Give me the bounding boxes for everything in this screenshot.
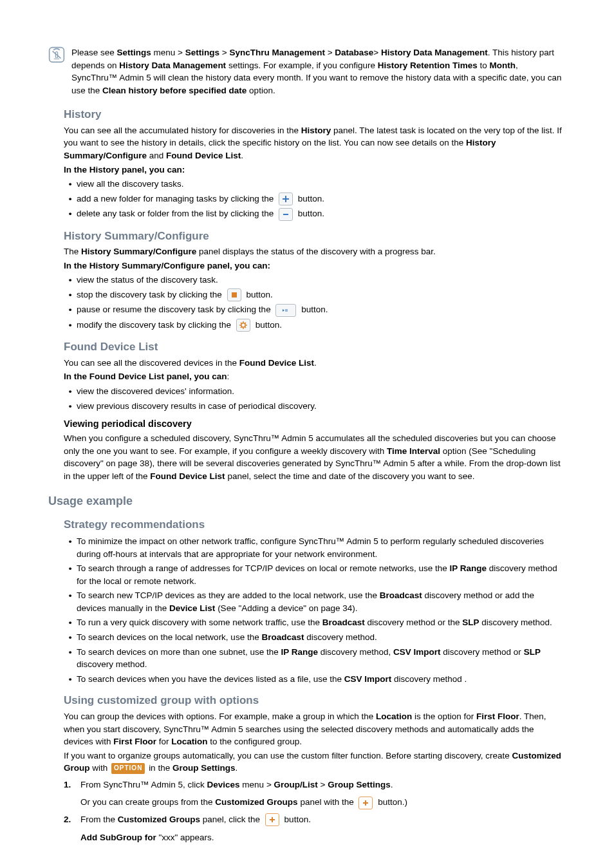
note-text: Please see Settings menu > Settings > Sy…	[71, 45, 566, 98]
list-item: • To search through a range of addresses…	[64, 562, 566, 587]
usage-heading: Usage example	[48, 493, 566, 509]
play-pause-icon	[275, 304, 296, 317]
add-folder-icon	[358, 797, 373, 809]
hsc-intro: The History Summary/Configure panel disp…	[64, 245, 566, 258]
hsc-can-label: In the History Summary/Configure panel, …	[64, 261, 270, 270]
hsc-heading: History Summary/Configure	[64, 229, 566, 245]
gear-icon	[236, 319, 250, 332]
fdl-heading: Found Device List	[64, 339, 566, 355]
add-folder-icon	[265, 813, 279, 826]
svg-point-2	[241, 323, 245, 327]
step-1: 1. From SyncThru™ Admin 5, click Devices…	[64, 778, 566, 809]
custom-p2: If you want to organize groups automatic…	[64, 750, 566, 775]
list-item: • delete any task or folder from the lis…	[64, 207, 566, 220]
list-item: •view all the discovery tasks.	[64, 178, 566, 191]
list-item: • pause or resume the discovery task by …	[64, 303, 566, 316]
svg-rect-1	[232, 292, 237, 297]
step-2: 2. From the Customized Groups panel, cli…	[64, 813, 566, 844]
note-block: Please see Settings menu > Settings > Sy…	[48, 45, 566, 98]
option-chip: OPTION	[111, 763, 145, 774]
list-item: • To search devices on more than one sub…	[64, 646, 566, 671]
stop-icon	[227, 288, 241, 301]
list-item: • stop the discovery task by clicking th…	[64, 288, 566, 301]
fdl-intro: You can see all the discovered devices i…	[64, 357, 566, 370]
strategy-heading: Strategy recommendations	[64, 517, 566, 533]
list-item: •view the discovered devices' informatio…	[64, 385, 566, 398]
history-can-label: In the History panel, you can:	[64, 165, 185, 175]
note-icon	[48, 45, 71, 63]
custom-group-heading: Using customized group with options	[64, 693, 566, 709]
list-item: • add a new folder for managing tasks by…	[64, 193, 566, 205]
list-item: • To search devices on the local network…	[64, 631, 566, 644]
list-item: •To minimize the impact on other network…	[64, 535, 566, 560]
add-icon	[279, 193, 293, 205]
list-item: •view previous discovery results in case…	[64, 400, 566, 413]
history-intro: You can see all the accumulated history …	[64, 124, 566, 162]
vpd-heading: Viewing periodical discovery	[64, 417, 566, 431]
vpd-text: When you configure a scheduled discovery…	[64, 432, 566, 482]
list-item: • modify the discovery task by clicking …	[64, 319, 566, 332]
custom-p1: You can group the devices with options. …	[64, 710, 566, 748]
list-item: • To search new TCP/IP devices as they a…	[64, 589, 566, 614]
remove-icon	[279, 208, 293, 221]
list-item: • To run a very quick discovery with som…	[64, 616, 566, 629]
fdl-can-label: In the Found Device List panel, you can	[64, 372, 227, 381]
list-item: • To search devices when you have the de…	[64, 673, 566, 686]
list-item: •view the status of the discovery task.	[64, 274, 566, 287]
history-heading: History	[64, 107, 566, 123]
